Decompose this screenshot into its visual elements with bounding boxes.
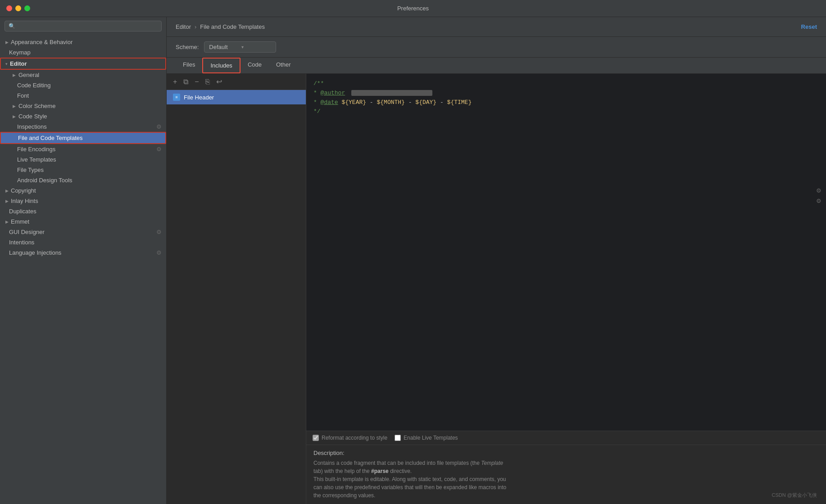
sidebar-item-android-design-tools[interactable]: Android Design Tools — [0, 175, 166, 185]
sidebar-content: ▶ Appearance & Behavior Keymap ▾ Editor … — [0, 35, 166, 504]
scheme-dropdown[interactable]: Default ▾ — [204, 41, 276, 53]
main-layout: 🔍 ▶ Appearance & Behavior Keymap ▾ Edito… — [0, 17, 826, 504]
sidebar-item-label: Android Design Tools — [17, 177, 73, 184]
sidebar-item-font[interactable]: Font — [0, 90, 166, 101]
sidebar-item-label: General — [18, 72, 39, 78]
file-icon: ≡ — [173, 94, 180, 101]
gear-icon: ⚙ — [156, 146, 162, 153]
watermark: CSDN @紫金小飞侠 — [772, 492, 817, 499]
sidebar-item-general[interactable]: ▶ General — [0, 70, 166, 80]
file-list-panel: + ⧉ − ⎘ ↩ ≡ File Header — [167, 74, 306, 504]
sidebar-item-duplicates[interactable]: Duplicates — [0, 206, 166, 216]
sidebar-item-code-style[interactable]: ▶ Code Style — [0, 111, 166, 122]
sidebar-item-label: Code Editing — [17, 82, 50, 89]
minimize-button[interactable] — [15, 5, 21, 11]
chevron-right-icon: ▶ — [5, 220, 9, 224]
code-editor-content[interactable]: /** * @author * @date ${YEAR} - — [306, 74, 826, 431]
sidebar-item-label: Live Templates — [17, 156, 56, 163]
breadcrumb-separator: › — [195, 23, 196, 30]
remove-button[interactable]: − — [193, 77, 200, 87]
sidebar-item-label: Color Scheme — [18, 103, 55, 109]
sidebar-item-intentions[interactable]: Intentions — [0, 237, 166, 248]
sidebar-item-file-code-templates[interactable]: File and Code Templates — [0, 132, 166, 144]
search-input[interactable] — [18, 23, 158, 29]
revert-button[interactable]: ↩ — [214, 76, 224, 87]
duplicate-button[interactable]: ⎘ — [204, 77, 212, 87]
description-area: Description: Contains a code fragment th… — [306, 445, 826, 504]
sidebar-item-file-types[interactable]: File Types — [0, 165, 166, 175]
reformat-checkbox[interactable] — [313, 435, 319, 441]
file-item-file-header[interactable]: ≡ File Header — [167, 90, 306, 104]
sidebar-item-editor[interactable]: ▾ Editor — [0, 58, 166, 70]
scheme-value: Default — [209, 44, 227, 50]
sidebar-item-label: Editor — [10, 60, 27, 67]
reformat-checkbox-row: Reformat according to style — [313, 435, 387, 441]
sidebar-item-color-scheme[interactable]: ▶ Color Scheme — [0, 101, 166, 111]
gear-icon: ⚙ — [156, 123, 162, 130]
sidebar-item-language-injections[interactable]: Language Injections ⚙ — [0, 248, 166, 258]
sidebar-item-keymap[interactable]: Keymap — [0, 47, 166, 58]
chevron-right-icon: ▶ — [5, 40, 9, 45]
editor-region: + ⧉ − ⎘ ↩ ≡ File Header — [167, 74, 826, 504]
description-title: Description: — [313, 450, 819, 456]
chevron-right-icon: ▶ — [13, 114, 16, 119]
copy-button[interactable]: ⧉ — [182, 77, 190, 87]
close-button[interactable] — [6, 5, 12, 11]
search-icon: 🔍 — [9, 23, 15, 29]
description-text: Contains a code fragment that can be inc… — [313, 459, 819, 500]
breadcrumb-current: File and Code Templates — [200, 23, 265, 30]
code-line-3: * @date ${YEAR} - ${MONTH} - ${DAY} - ${… — [313, 98, 819, 108]
sidebar-item-file-encodings[interactable]: File Encodings ⚙ — [0, 144, 166, 154]
sidebar-item-label: Duplicates — [9, 208, 36, 215]
code-line-4: */ — [313, 107, 819, 117]
content-header: Editor › File and Code Templates Reset — [167, 17, 826, 37]
sidebar-item-label: Code Style — [18, 113, 47, 120]
sidebar: 🔍 ▶ Appearance & Behavior Keymap ▾ Edito… — [0, 17, 167, 504]
sidebar-item-label: Inlay Hints — [11, 198, 38, 204]
sidebar-item-inspections[interactable]: Inspections ⚙ — [0, 122, 166, 132]
blurred-author — [351, 90, 432, 96]
breadcrumb: Editor › File and Code Templates — [176, 23, 265, 30]
code-line-2: * @author — [313, 89, 819, 98]
sidebar-item-label: File and Code Templates — [18, 135, 83, 141]
sidebar-item-live-templates[interactable]: Live Templates — [0, 154, 166, 165]
chevron-right-icon: ▶ — [5, 189, 9, 193]
gear-icon: ⚙ — [156, 249, 162, 256]
sidebar-item-code-editing[interactable]: Code Editing — [0, 80, 166, 90]
tabs-row: Files Includes Code Other — [167, 58, 826, 74]
sidebar-item-inlay-hints[interactable]: ▶ Inlay Hints ⚙ — [0, 196, 166, 206]
sidebar-item-gui-designer[interactable]: GUI Designer ⚙ — [0, 227, 166, 237]
add-button[interactable]: + — [171, 77, 179, 87]
sidebar-item-label: File Encodings — [17, 146, 55, 153]
file-list-toolbar: + ⧉ − ⎘ ↩ — [167, 74, 306, 90]
tab-code[interactable]: Code — [241, 58, 269, 73]
sidebar-item-label: Copyright — [11, 187, 36, 194]
sidebar-item-copyright[interactable]: ▶ Copyright ⚙ — [0, 185, 166, 196]
titlebar: Preferences — [0, 0, 826, 17]
traffic-lights — [6, 5, 30, 11]
chevron-right-icon: ▶ — [13, 73, 16, 77]
sidebar-item-label: Intentions — [9, 239, 34, 246]
sidebar-item-emmet[interactable]: ▶ Emmet — [0, 216, 166, 227]
scheme-row: Scheme: Default ▾ — [167, 37, 826, 58]
maximize-button[interactable] — [24, 5, 30, 11]
file-item-label: File Header — [184, 94, 214, 101]
chevron-right-icon: ▶ — [5, 199, 9, 203]
sidebar-item-label: GUI Designer — [9, 229, 45, 235]
sidebar-item-label: File Types — [17, 166, 44, 173]
content-area: Editor › File and Code Templates Reset S… — [167, 17, 826, 504]
file-list: ≡ File Header — [167, 90, 306, 504]
gear-icon: ⚙ — [156, 229, 162, 235]
sidebar-item-appearance[interactable]: ▶ Appearance & Behavior — [0, 37, 166, 47]
search-box[interactable]: 🔍 — [5, 21, 162, 32]
reset-button[interactable]: Reset — [801, 23, 817, 30]
breadcrumb-parent: Editor — [176, 23, 191, 30]
sidebar-item-label: Inspections — [17, 123, 47, 130]
editor-split: + ⧉ − ⎘ ↩ ≡ File Header — [167, 74, 826, 504]
tab-other[interactable]: Other — [269, 58, 298, 73]
tab-files[interactable]: Files — [176, 58, 202, 73]
tab-includes[interactable]: Includes — [202, 58, 240, 73]
live-templates-checkbox-row: Enable Live Templates — [395, 435, 458, 441]
live-templates-label: Enable Live Templates — [404, 435, 458, 441]
live-templates-checkbox[interactable] — [395, 435, 401, 441]
